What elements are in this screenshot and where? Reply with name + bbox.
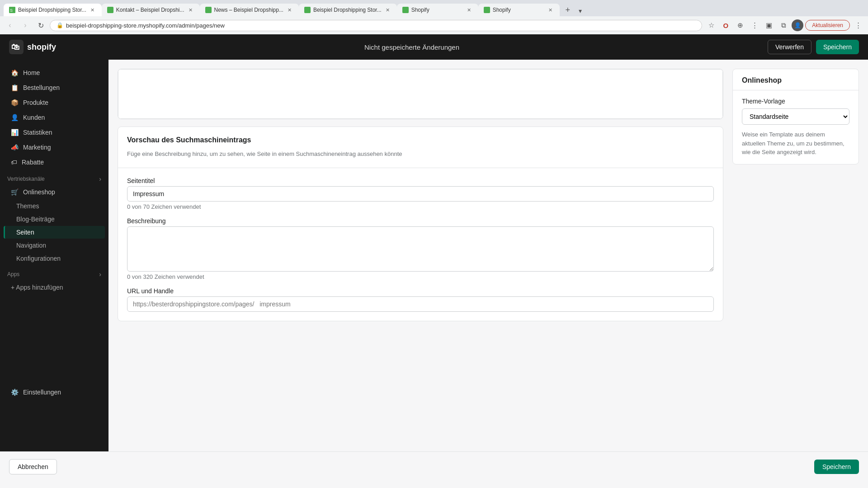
rich-text-editor[interactable] [118, 69, 723, 119]
back-button[interactable]: ‹ [4, 19, 16, 32]
browser-tab-1[interactable]: S Beispiel Dropshipping Stor... ✕ [4, 4, 102, 16]
url-input[interactable] [127, 296, 714, 312]
onlineshop-icon: 🛒 [11, 188, 19, 196]
address-text: beispiel-dropshipping-store.myshopify.co… [66, 22, 695, 29]
beschreibung-group: Beschreibung 0 von 320 Zeichen verwendet [127, 217, 714, 280]
theme-vorlage-label: Theme-Vorlage [742, 98, 849, 105]
sidebar-toggle-icon[interactable]: ▣ [763, 19, 775, 32]
sidebar-item-discounts[interactable]: 🏷 Rabatte [4, 155, 105, 169]
sidebar-subitem-seiten[interactable]: Seiten [4, 226, 105, 239]
sidebar-label-analytics: Statistiken [23, 129, 52, 136]
browser-tab-4[interactable]: Beispiel Dropshipping Stor... ✕ [299, 4, 397, 16]
sidebar-item-customers[interactable]: 👤 Kunden [4, 110, 105, 125]
svg-text:S: S [10, 8, 13, 13]
shopify-logo-icon: 🛍 [9, 40, 24, 54]
sidebar-item-orders[interactable]: 📋 Bestellungen [4, 80, 105, 95]
rich-text-card [118, 69, 723, 119]
browser-tabs: S Beispiel Dropshipping Stor... ✕ Kontak… [0, 0, 868, 16]
address-bar[interactable]: 🔒 beispiel-dropshipping-store.myshopify.… [50, 20, 702, 31]
tab-close-6[interactable]: ✕ [547, 6, 554, 14]
tab-favicon-2 [107, 7, 113, 13]
tab-close-5[interactable]: ✕ [466, 6, 473, 14]
shopify-header: 🛍 shopify Nicht gespeicherte Änderungen … [0, 34, 868, 60]
sidebar-item-analytics[interactable]: 📊 Statistiken [4, 125, 105, 140]
browser-tab-6[interactable]: Shopify ✕ [478, 4, 560, 16]
sidebar-item-marketing[interactable]: 📣 Marketing [4, 140, 105, 155]
seo-section: Vorschau des Suchmaschineintrags Füge ei… [118, 127, 723, 168]
split-icon[interactable]: ⧉ [777, 19, 790, 32]
more-options-icon[interactable]: ⋮ [852, 19, 864, 32]
menu-icon[interactable]: ⋮ [748, 19, 761, 32]
sidebar-label-home: Home [23, 69, 40, 76]
discard-button[interactable]: Verwerfen [768, 40, 811, 54]
beschreibung-textarea[interactable] [127, 226, 714, 272]
apps-chevron-icon: › [99, 271, 101, 278]
seiten-label: Seiten [16, 229, 34, 236]
shopify-app: 🛍 shopify Nicht gespeicherte Änderungen … [0, 34, 868, 482]
tab-close-2[interactable]: ✕ [187, 6, 194, 14]
apps-add-button[interactable]: + Apps hinzufügen [4, 280, 105, 295]
vertriebskanaele-label: Vertriebskanäle [7, 176, 45, 182]
theme-vorlage-select[interactable]: Standardseite [742, 108, 849, 125]
settings-label: Einstellungen [23, 389, 61, 396]
sidebar-subitem-konfigurationen[interactable]: Konfigurationen [4, 252, 105, 265]
opera-icon[interactable]: O [719, 19, 732, 32]
forward-button[interactable]: › [19, 19, 32, 32]
cancel-button[interactable]: Abbrechen [9, 459, 57, 474]
products-icon: 📦 [11, 99, 19, 106]
sidebar-subitem-navigation[interactable]: Navigation [4, 239, 105, 252]
apps-label: Apps [7, 271, 19, 277]
header-actions: Verwerfen Speichern [768, 40, 859, 54]
tab-title-4: Beispiel Dropshipping Stor... [313, 7, 382, 13]
right-panel-body: Theme-Vorlage Standardseite Weise ein Te… [733, 90, 859, 164]
avatar-icon[interactable]: 👤 [792, 19, 803, 31]
url-group: URL und Handle [127, 287, 714, 312]
analytics-icon: 📊 [11, 129, 19, 136]
sidebar-subitem-blog[interactable]: Blog-Beiträge [4, 213, 105, 225]
seitentitel-input[interactable] [127, 186, 714, 202]
reload-button[interactable]: ↻ [34, 19, 47, 32]
chevron-right-icon: › [99, 175, 101, 183]
sidebar-item-products[interactable]: 📦 Produkte [4, 95, 105, 110]
tab-favicon-5 [402, 7, 409, 13]
seo-card: Vorschau des Suchmaschineintrags Füge ei… [118, 127, 723, 321]
sidebar-label-orders: Bestellungen [23, 84, 60, 91]
seitentitel-label: Seitentitel [127, 177, 714, 184]
tab-favicon-3 [205, 7, 212, 13]
save-header-button[interactable]: Speichern [816, 40, 859, 54]
new-tab-button[interactable]: + [561, 4, 574, 16]
tab-close-4[interactable]: ✕ [384, 6, 392, 14]
tab-title-5: Shopify [411, 7, 463, 13]
sidebar-settings-button[interactable]: ⚙️ Einstellungen [4, 385, 105, 399]
right-panel-card: Onlineshop Theme-Vorlage Standardseite W… [732, 69, 859, 164]
svg-text:🛍: 🛍 [11, 42, 19, 52]
tab-favicon-6 [484, 7, 490, 13]
update-button[interactable]: Aktualisieren [805, 20, 850, 31]
tab-favicon-1: S [9, 7, 15, 13]
bookmark-icon[interactable]: ☆ [705, 19, 717, 32]
apps-section-label: Apps › [0, 265, 108, 280]
tab-more-button[interactable]: ▾ [575, 5, 586, 16]
extension-icon[interactable]: ⊕ [734, 19, 746, 32]
seo-section-title: Vorschau des Suchmaschineintrags [127, 136, 714, 144]
tab-title-2: Kontakt – Beispiel Dropshi... [116, 7, 184, 13]
beschreibung-hint: 0 von 320 Zeichen verwendet [127, 273, 714, 280]
tab-favicon-4 [304, 7, 311, 13]
sidebar-subitem-themes[interactable]: Themes [4, 200, 105, 212]
themes-label: Themes [16, 202, 39, 210]
bottom-actions: Abbrechen Speichern [0, 451, 868, 482]
save-button[interactable]: Speichern [814, 460, 859, 474]
browser-tab-3[interactable]: News – Beispiel Dropshipp... ✕ [200, 4, 299, 16]
sidebar-label-discounts: Rabatte [22, 159, 44, 166]
sidebar-item-home[interactable]: 🏠 Home [4, 66, 105, 80]
browser-tab-5[interactable]: Shopify ✕ [397, 4, 478, 16]
tab-title-6: Shopify [493, 7, 544, 13]
tab-title-1: Beispiel Dropshipping Stor... [18, 7, 86, 13]
browser-toolbar: ‹ › ↻ 🔒 beispiel-dropshipping-store.mysh… [0, 16, 868, 34]
sidebar-item-onlineshop[interactable]: 🛒 Onlineshop [4, 185, 105, 199]
form-section: Seitentitel 0 von 70 Zeichen verwendet B… [118, 168, 723, 321]
browser-tab-2[interactable]: Kontakt – Beispiel Dropshi... ✕ [102, 4, 200, 16]
tab-close-1[interactable]: ✕ [89, 6, 96, 14]
right-panel: Onlineshop Theme-Vorlage Standardseite W… [732, 69, 859, 442]
tab-close-3[interactable]: ✕ [286, 6, 293, 14]
